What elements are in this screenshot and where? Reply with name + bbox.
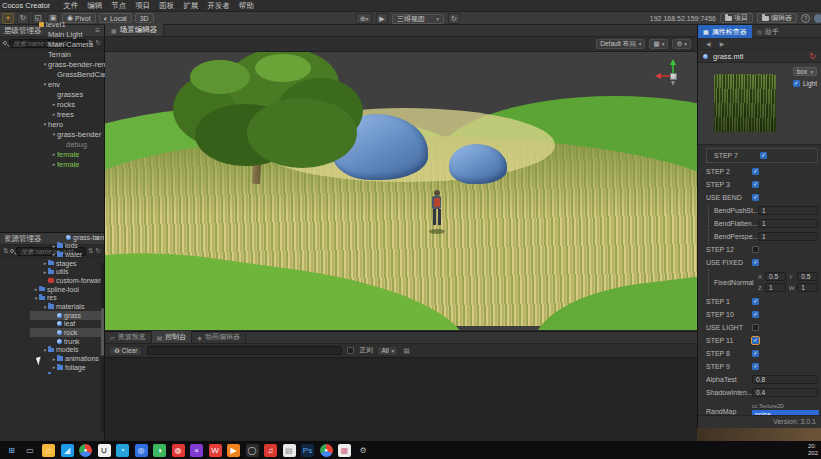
- photos-app[interactable]: ▦: [338, 444, 351, 457]
- menu-item[interactable]: 开发者: [207, 1, 230, 11]
- dark-circle-app[interactable]: ◯: [246, 444, 259, 457]
- collapse-logs-icon[interactable]: ▤: [403, 347, 409, 355]
- prop-checkbox[interactable]: ✓: [760, 152, 767, 159]
- clear-console-button[interactable]: ♻ Clear: [109, 346, 142, 356]
- notes-app[interactable]: ▤: [283, 444, 296, 457]
- menu-item[interactable]: 帮助: [239, 1, 254, 11]
- reset-icon[interactable]: ↻: [809, 52, 816, 61]
- sort-icon[interactable]: ⇅: [3, 247, 8, 255]
- asset-item[interactable]: ▸ spline-tool: [30, 285, 105, 294]
- tab-inspector[interactable]: ▦ 属性检查器: [698, 25, 752, 38]
- taskbar-clock[interactable]: 20: 202: [808, 443, 821, 458]
- blue-app[interactable]: ◎: [135, 444, 148, 457]
- preview-target-dropdown[interactable]: 三维视图▾: [392, 14, 444, 24]
- asset-item[interactable]: rock: [30, 328, 105, 337]
- tab-assistant[interactable]: ◎ 助手: [752, 25, 784, 38]
- prop-checkbox[interactable]: ✓: [752, 363, 759, 370]
- red-music-app[interactable]: ♫: [264, 444, 277, 457]
- tab-scene-editor[interactable]: ▦ 场景编辑器: [105, 24, 164, 36]
- task-view[interactable]: ▭: [24, 444, 37, 457]
- prop-input[interactable]: 1: [758, 219, 818, 228]
- prop-input[interactable]: 1: [758, 232, 818, 241]
- prop-checkbox[interactable]: [752, 246, 759, 253]
- help-button[interactable]: ?: [801, 14, 810, 23]
- console-tab[interactable]: ▤ 控制台: [152, 331, 193, 343]
- preview-device-button[interactable]: ⊕▾: [356, 13, 372, 24]
- asset-item[interactable]: ▾ res: [30, 294, 105, 303]
- prop-checkbox[interactable]: ✓: [752, 168, 759, 175]
- asset-item[interactable]: grass: [30, 311, 105, 320]
- wps[interactable]: W: [209, 444, 222, 457]
- move-tool[interactable]: ⌖: [2, 13, 14, 24]
- menu-item[interactable]: 扩展: [183, 1, 198, 11]
- visual-studio[interactable]: ×: [190, 444, 203, 457]
- prop-input[interactable]: 0.8: [752, 375, 818, 384]
- unreal[interactable]: U: [98, 444, 111, 457]
- asset-item[interactable]: leaf: [30, 320, 105, 329]
- rotate-tool[interactable]: ↻: [17, 13, 29, 24]
- asset-item[interactable]: ▸ utils: [30, 267, 105, 276]
- log-level-dropdown[interactable]: All ▾: [377, 346, 398, 356]
- video-app[interactable]: ▶: [227, 444, 240, 457]
- nav-back-icon[interactable]: ◀: [706, 40, 711, 47]
- asset-item[interactable]: ▸ stages: [30, 259, 105, 268]
- prop-checkbox[interactable]: ✓: [752, 337, 759, 344]
- light-checkbox[interactable]: ✓: [793, 80, 800, 87]
- start[interactable]: ⊞: [5, 444, 18, 457]
- red-circle-app[interactable]: ◍: [172, 444, 185, 457]
- play-button[interactable]: ▶: [376, 13, 388, 24]
- vscode[interactable]: ◢: [61, 444, 74, 457]
- settings-app[interactable]: ⚙: [357, 444, 370, 457]
- asset-item[interactable]: ▾ models: [30, 346, 105, 355]
- menu-item[interactable]: 编辑: [87, 1, 102, 11]
- scene-settings-button[interactable]: ⚙ ▾: [672, 39, 691, 49]
- console-tab[interactable]: ▱ 资源预览: [105, 331, 152, 343]
- green-app[interactable]: ◑: [153, 444, 166, 457]
- prop-checkbox[interactable]: [752, 324, 759, 331]
- console-filter-input[interactable]: [147, 346, 342, 355]
- menu-item[interactable]: 文件: [63, 1, 78, 11]
- prop-input-z[interactable]: 1: [765, 283, 786, 292]
- chrome[interactable]: ●: [79, 444, 92, 457]
- menu-item[interactable]: 面板: [159, 1, 174, 11]
- search-icon[interactable]: [3, 41, 7, 45]
- open-project-button[interactable]: 项目: [720, 13, 753, 23]
- prop-checkbox[interactable]: ✓: [752, 181, 759, 188]
- asset-item[interactable]: grass-bend: [30, 233, 105, 242]
- panel-options-button[interactable]: ▦ ▾: [649, 39, 668, 49]
- axis-gizmo[interactable]: [657, 55, 689, 87]
- scene-viewport[interactable]: [105, 52, 697, 330]
- photoshop[interactable]: Ps: [301, 444, 314, 457]
- asset-item[interactable]: ▸ physics-material: [30, 372, 105, 374]
- asset-item[interactable]: ▸ lods: [30, 241, 105, 250]
- refresh-button[interactable]: ↻: [448, 13, 460, 24]
- prop-input-w[interactable]: 1: [797, 283, 818, 292]
- prop-checkbox[interactable]: ✓: [752, 311, 759, 318]
- prop-checkbox[interactable]: ✓: [752, 350, 759, 357]
- prop-input[interactable]: 1: [758, 206, 818, 215]
- menu-item[interactable]: 节点: [111, 1, 126, 11]
- user-avatar[interactable]: [814, 14, 821, 23]
- prop-checkbox[interactable]: ✓: [752, 298, 759, 305]
- asset-item[interactable]: custom-forward-pipeline: [30, 276, 105, 285]
- prop-input-x[interactable]: 0.5: [765, 272, 786, 281]
- prop-checkbox[interactable]: ✓: [752, 259, 759, 266]
- asset-item[interactable]: ▾ materials: [30, 302, 105, 311]
- asset-item[interactable]: trunk: [30, 337, 105, 346]
- search-icon[interactable]: [10, 249, 14, 253]
- console-tab[interactable]: ◈ 动画编辑器: [192, 331, 246, 343]
- prop-checkbox[interactable]: ✓: [752, 194, 759, 201]
- nav-forward-icon[interactable]: ▶: [720, 40, 725, 47]
- console-output[interactable]: [105, 358, 697, 441]
- scrollbar-thumb[interactable]: [101, 308, 104, 356]
- prop-input-y[interactable]: 0.5: [797, 272, 818, 281]
- file-explorer[interactable]: ▱: [42, 444, 55, 457]
- assets-scrollbar[interactable]: [101, 263, 104, 433]
- prop-input[interactable]: 0.4: [752, 388, 818, 397]
- layout-dropdown[interactable]: Default 布局 ▾: [596, 39, 645, 49]
- regex-checkbox[interactable]: [347, 347, 354, 354]
- browser-2[interactable]: ●: [320, 444, 333, 457]
- asset-item[interactable]: ▸ water: [30, 250, 105, 259]
- preview-shape-dropdown[interactable]: box ▾: [793, 67, 817, 76]
- compass-app[interactable]: ◔: [116, 444, 129, 457]
